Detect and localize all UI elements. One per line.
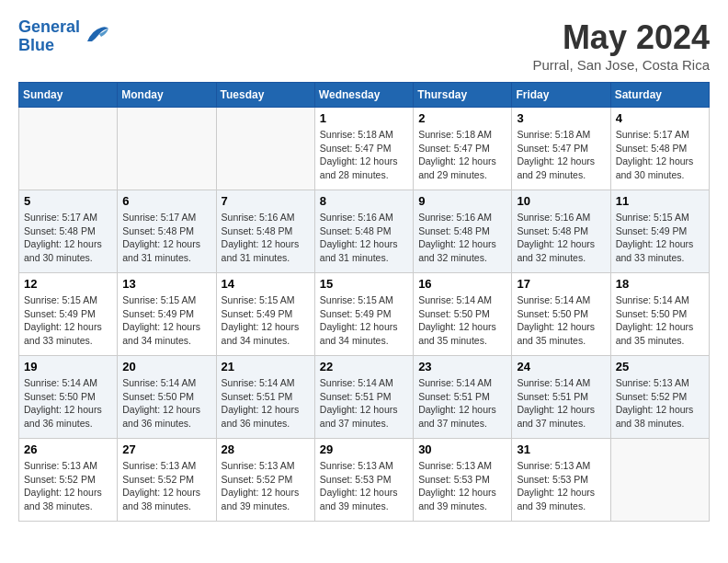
day-number: 5 (24, 194, 112, 208)
day-number: 23 (418, 360, 506, 373)
calendar-cell (216, 108, 314, 190)
day-info: Sunrise: 5:16 AMSunset: 5:48 PMDaylight:… (418, 211, 506, 265)
calendar-cell: 17Sunrise: 5:14 AMSunset: 5:50 PMDayligh… (512, 273, 610, 356)
day-number: 27 (122, 442, 210, 456)
day-number: 13 (122, 277, 210, 291)
day-info: Sunrise: 5:15 AMSunset: 5:49 PMDaylight:… (320, 293, 408, 348)
day-number: 9 (418, 194, 506, 208)
page-header: General Blue May 2024 Purral, San Jose, … (18, 18, 710, 73)
day-number: 16 (418, 277, 506, 291)
day-info: Sunrise: 5:14 AMSunset: 5:50 PMDaylight:… (418, 293, 506, 348)
calendar-cell: 13Sunrise: 5:15 AMSunset: 5:49 PMDayligh… (118, 273, 216, 356)
calendar-table: SundayMondayTuesdayWednesdayThursdayFrid… (18, 82, 710, 522)
calendar-cell: 31Sunrise: 5:13 AMSunset: 5:53 PMDayligh… (512, 439, 610, 522)
calendar-cell (118, 108, 216, 190)
logo: General Blue (18, 18, 110, 55)
day-info: Sunrise: 5:16 AMSunset: 5:48 PMDaylight:… (222, 211, 310, 265)
calendar-cell: 3Sunrise: 5:18 AMSunset: 5:47 PMDaylight… (512, 108, 610, 190)
calendar-cell: 18Sunrise: 5:14 AMSunset: 5:50 PMDayligh… (610, 273, 709, 356)
week-row-1: 1Sunrise: 5:18 AMSunset: 5:47 PMDaylight… (19, 108, 710, 190)
week-row-2: 5Sunrise: 5:17 AMSunset: 5:48 PMDaylight… (19, 190, 710, 273)
day-info: Sunrise: 5:16 AMSunset: 5:48 PMDaylight:… (517, 211, 605, 265)
calendar-cell: 26Sunrise: 5:13 AMSunset: 5:52 PMDayligh… (19, 439, 118, 522)
logo-text: General Blue (18, 18, 80, 55)
day-number: 26 (24, 442, 112, 456)
calendar-cell: 11Sunrise: 5:15 AMSunset: 5:49 PMDayligh… (610, 190, 709, 273)
day-number: 17 (517, 277, 605, 291)
day-number: 10 (517, 194, 605, 208)
day-number: 20 (122, 360, 210, 373)
day-number: 2 (418, 111, 506, 125)
week-row-4: 19Sunrise: 5:14 AMSunset: 5:50 PMDayligh… (19, 356, 710, 439)
calendar-cell: 2Sunrise: 5:18 AMSunset: 5:47 PMDaylight… (414, 108, 512, 190)
month-year-title: May 2024 (532, 18, 710, 57)
day-info: Sunrise: 5:13 AMSunset: 5:52 PMDaylight:… (222, 459, 310, 513)
day-info: Sunrise: 5:15 AMSunset: 5:49 PMDaylight:… (616, 211, 704, 265)
logo-line1: General (18, 17, 80, 36)
calendar-cell: 12Sunrise: 5:15 AMSunset: 5:49 PMDayligh… (19, 273, 118, 356)
day-number: 11 (616, 194, 704, 208)
location-subtitle: Purral, San Jose, Costa Rica (532, 57, 710, 73)
day-info: Sunrise: 5:13 AMSunset: 5:52 PMDaylight:… (122, 459, 210, 513)
calendar-cell: 30Sunrise: 5:13 AMSunset: 5:53 PMDayligh… (414, 439, 512, 522)
calendar-cell (610, 439, 709, 522)
calendar-cell: 10Sunrise: 5:16 AMSunset: 5:48 PMDayligh… (512, 190, 610, 273)
day-number: 3 (517, 111, 605, 125)
calendar-cell: 8Sunrise: 5:16 AMSunset: 5:48 PMDaylight… (314, 190, 413, 273)
day-number: 15 (320, 277, 408, 291)
calendar-cell: 9Sunrise: 5:16 AMSunset: 5:48 PMDaylight… (414, 190, 512, 273)
day-info: Sunrise: 5:18 AMSunset: 5:47 PMDaylight:… (418, 128, 506, 182)
day-number: 1 (320, 111, 408, 125)
day-number: 24 (517, 360, 605, 373)
calendar-cell: 7Sunrise: 5:16 AMSunset: 5:48 PMDaylight… (216, 190, 314, 273)
day-number: 22 (320, 360, 408, 373)
header-row: SundayMondayTuesdayWednesdayThursdayFrid… (19, 83, 710, 108)
day-info: Sunrise: 5:13 AMSunset: 5:52 PMDaylight:… (616, 376, 704, 431)
day-info: Sunrise: 5:17 AMSunset: 5:48 PMDaylight:… (616, 128, 704, 182)
calendar-cell: 6Sunrise: 5:17 AMSunset: 5:48 PMDaylight… (118, 190, 216, 273)
day-info: Sunrise: 5:15 AMSunset: 5:49 PMDaylight:… (122, 293, 210, 348)
day-number: 21 (222, 360, 310, 373)
calendar-cell: 20Sunrise: 5:14 AMSunset: 5:50 PMDayligh… (118, 356, 216, 439)
day-info: Sunrise: 5:18 AMSunset: 5:47 PMDaylight:… (320, 128, 408, 182)
day-number: 30 (418, 442, 506, 456)
day-info: Sunrise: 5:15 AMSunset: 5:49 PMDaylight:… (24, 293, 112, 348)
day-info: Sunrise: 5:14 AMSunset: 5:50 PMDaylight:… (122, 376, 210, 431)
day-info: Sunrise: 5:16 AMSunset: 5:48 PMDaylight:… (320, 211, 408, 265)
day-info: Sunrise: 5:17 AMSunset: 5:48 PMDaylight:… (122, 211, 210, 265)
calendar-cell: 23Sunrise: 5:14 AMSunset: 5:51 PMDayligh… (414, 356, 512, 439)
day-info: Sunrise: 5:13 AMSunset: 5:53 PMDaylight:… (517, 459, 605, 513)
day-number: 12 (24, 277, 112, 291)
calendar-cell: 16Sunrise: 5:14 AMSunset: 5:50 PMDayligh… (414, 273, 512, 356)
day-number: 28 (222, 442, 310, 456)
day-number: 4 (616, 111, 704, 125)
week-row-5: 26Sunrise: 5:13 AMSunset: 5:52 PMDayligh… (19, 439, 710, 522)
day-info: Sunrise: 5:17 AMSunset: 5:48 PMDaylight:… (24, 211, 112, 265)
day-number: 6 (122, 194, 210, 208)
day-number: 7 (222, 194, 310, 208)
title-block: May 2024 Purral, San Jose, Costa Rica (532, 18, 710, 73)
day-number: 25 (616, 360, 704, 373)
calendar-cell: 5Sunrise: 5:17 AMSunset: 5:48 PMDaylight… (19, 190, 118, 273)
week-row-3: 12Sunrise: 5:15 AMSunset: 5:49 PMDayligh… (19, 273, 710, 356)
day-number: 14 (222, 277, 310, 291)
header-day-sunday: Sunday (19, 83, 118, 108)
day-info: Sunrise: 5:18 AMSunset: 5:47 PMDaylight:… (517, 128, 605, 182)
day-info: Sunrise: 5:14 AMSunset: 5:50 PMDaylight:… (24, 376, 112, 431)
day-info: Sunrise: 5:14 AMSunset: 5:51 PMDaylight:… (222, 376, 310, 431)
header-day-thursday: Thursday (414, 83, 512, 108)
logo-bird-icon (83, 23, 110, 51)
calendar-header: SundayMondayTuesdayWednesdayThursdayFrid… (19, 83, 710, 108)
header-day-friday: Friday (512, 83, 610, 108)
header-day-monday: Monday (118, 83, 216, 108)
day-number: 29 (320, 442, 408, 456)
day-info: Sunrise: 5:15 AMSunset: 5:49 PMDaylight:… (222, 293, 310, 348)
day-info: Sunrise: 5:13 AMSunset: 5:53 PMDaylight:… (320, 459, 408, 513)
calendar-cell: 27Sunrise: 5:13 AMSunset: 5:52 PMDayligh… (118, 439, 216, 522)
calendar-cell: 22Sunrise: 5:14 AMSunset: 5:51 PMDayligh… (314, 356, 413, 439)
day-number: 8 (320, 194, 408, 208)
day-number: 18 (616, 277, 704, 291)
day-info: Sunrise: 5:14 AMSunset: 5:50 PMDaylight:… (616, 293, 704, 348)
calendar-cell: 14Sunrise: 5:15 AMSunset: 5:49 PMDayligh… (216, 273, 314, 356)
day-number: 31 (517, 442, 605, 456)
